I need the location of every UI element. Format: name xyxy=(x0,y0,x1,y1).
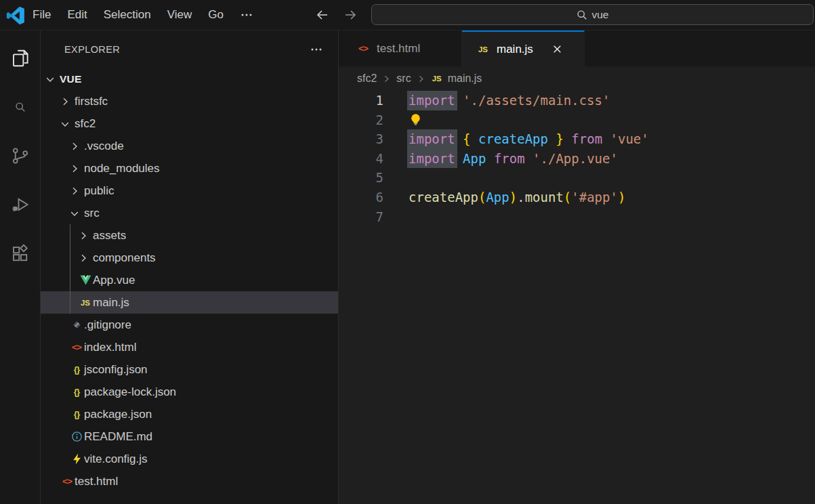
breadcrumb-src[interactable]: src xyxy=(396,72,411,85)
tree-item-label: package-lock.json xyxy=(84,385,176,399)
token-text xyxy=(602,129,610,149)
token-bracket: } xyxy=(556,129,563,149)
menu-item-file[interactable]: File xyxy=(33,8,51,22)
token-function: mount xyxy=(525,188,564,207)
js-icon: JS xyxy=(431,75,443,83)
activitybar-run-and-debug[interactable] xyxy=(0,180,41,229)
token-variable: App xyxy=(486,188,509,207)
line-number-gutter[interactable]: 1234567 xyxy=(339,91,392,504)
token-bracket: ( xyxy=(564,188,571,207)
json-icon: {} xyxy=(69,409,84,419)
chevron-right-icon xyxy=(69,163,84,174)
command-center-search[interactable]: vue xyxy=(371,4,814,25)
tree-item--gitignore[interactable]: .gitignore xyxy=(41,314,338,336)
tree-item-label: .vscode xyxy=(84,140,124,153)
tree-item-jsconfig-json[interactable]: {}jsconfig.json xyxy=(41,358,338,381)
close-icon[interactable] xyxy=(551,43,563,55)
tree-item-label: firstsfc xyxy=(75,95,108,108)
js-icon: JS xyxy=(78,299,93,307)
tree-item-components[interactable]: components xyxy=(41,247,338,269)
token-keyword: from xyxy=(494,149,525,169)
tree-item-label: vite.config.js xyxy=(84,453,148,466)
tree-item-label: test.html xyxy=(75,475,118,488)
chevron-right-icon xyxy=(382,75,391,83)
tree-item-label: VUE xyxy=(60,73,81,85)
tab-label: test.html xyxy=(377,42,420,56)
chevron-right-icon xyxy=(417,75,425,83)
menu-item-go[interactable]: Go xyxy=(208,8,224,22)
tree-item-test-html[interactable]: <>test.html xyxy=(41,470,338,492)
breadcrumb-label: sfc2 xyxy=(357,72,377,85)
code-line-3: import { createApp } from 'vue' xyxy=(409,129,815,149)
breadcrumb-label: src xyxy=(396,72,411,85)
indent-guide xyxy=(70,224,70,314)
activitybar-source-control[interactable] xyxy=(0,131,41,180)
search-icon xyxy=(15,102,26,112)
tree-item-label: node_modules xyxy=(84,162,160,175)
tab-test-html[interactable]: <>test.html xyxy=(339,30,462,66)
activitybar-explorer[interactable] xyxy=(0,34,41,83)
activitybar-extensions[interactable] xyxy=(0,229,41,278)
code-editor[interactable]: 1234567 import './assets/main.css'import… xyxy=(339,91,815,504)
chevron-right-icon xyxy=(69,141,84,152)
tab-label: main.js xyxy=(497,43,533,56)
tree-item-package-lock-json[interactable]: {}package-lock.json xyxy=(41,381,338,403)
tab-main-js[interactable]: JSmain.js xyxy=(462,30,585,66)
more-menus-ellipsis-icon[interactable] xyxy=(240,8,253,22)
tree-item-firstsfc[interactable]: firstsfc xyxy=(41,90,338,112)
menu-item-edit[interactable]: Edit xyxy=(67,8,87,22)
tree-item--vscode[interactable]: .vscode xyxy=(41,135,338,157)
tree-item-label: index.html xyxy=(84,341,136,354)
tree-item-node-modules[interactable]: node_modules xyxy=(41,157,338,180)
explorer-sidebar: EXPLORER VUEfirstsfcsfc2.vscodenode_modu… xyxy=(41,30,339,504)
code-line-1: import './assets/main.css' xyxy=(409,91,815,110)
navigate-back-icon[interactable] xyxy=(314,7,331,23)
tree-item-label: App.vue xyxy=(93,274,135,287)
explorer-actions-ellipsis-icon[interactable] xyxy=(310,43,323,56)
code-line-6: createApp(App).mount('#app') xyxy=(409,188,815,207)
activitybar-search[interactable] xyxy=(0,83,41,131)
line-number: 2 xyxy=(339,110,383,130)
command-center-value: vue xyxy=(592,9,609,21)
tree-item-index-html[interactable]: <>index.html xyxy=(41,336,338,358)
json-icon: {} xyxy=(69,364,84,375)
tree-item-public[interactable]: public xyxy=(41,180,338,202)
sidebar-title: EXPLORER xyxy=(64,44,120,55)
git-icon xyxy=(69,319,84,331)
breadcrumb-sfc2[interactable]: sfc2 xyxy=(357,72,377,85)
breadcrumb-main-js[interactable]: JSmain.js xyxy=(431,72,482,85)
tree-item-main-js[interactable]: JSmain.js xyxy=(41,291,338,314)
tree-item-label: package.json xyxy=(84,408,152,421)
tree-item-vue[interactable]: VUE xyxy=(41,68,338,90)
tree-item-app-vue[interactable]: App.vue xyxy=(41,269,338,291)
extensions-icon xyxy=(10,243,30,264)
line-number: 6 xyxy=(339,188,383,207)
token-text xyxy=(455,91,463,110)
tree-item-vite-config-js[interactable]: vite.config.js xyxy=(41,448,338,470)
tree-item-label: README.md xyxy=(84,430,152,444)
tree-item-sfc2[interactable]: sfc2 xyxy=(41,112,338,135)
activity-bar xyxy=(0,30,41,504)
tree-item-src[interactable]: src xyxy=(41,202,338,224)
token-bracket: ) xyxy=(618,188,625,207)
token-string: 'vue' xyxy=(610,129,649,149)
breadcrumb-label: main.js xyxy=(448,72,482,85)
tree-item-label: sfc2 xyxy=(75,117,96,131)
tree-item-package-json[interactable]: {}package.json xyxy=(41,403,338,425)
tree-item-label: jsconfig.json xyxy=(84,363,148,377)
chevron-right-icon xyxy=(78,230,93,241)
chevron-down-icon xyxy=(45,74,60,85)
tree-item-assets[interactable]: assets xyxy=(41,224,338,247)
menu-bar: File Edit Selection View Go xyxy=(33,0,253,30)
menu-item-selection[interactable]: Selection xyxy=(104,8,151,22)
token-function: createApp xyxy=(409,188,478,207)
token-string: './assets/main.css' xyxy=(463,91,610,110)
menu-item-view[interactable]: View xyxy=(167,8,192,22)
line-number: 3 xyxy=(339,129,383,149)
navigate-forward-icon[interactable] xyxy=(342,7,358,23)
breadcrumbs: sfc2srcJSmain.js xyxy=(339,66,815,91)
tree-item-readme-md[interactable]: README.md xyxy=(41,425,338,448)
lightbulb-icon[interactable] xyxy=(409,112,423,127)
vite-icon xyxy=(69,453,84,465)
token-punct: . xyxy=(517,188,524,207)
